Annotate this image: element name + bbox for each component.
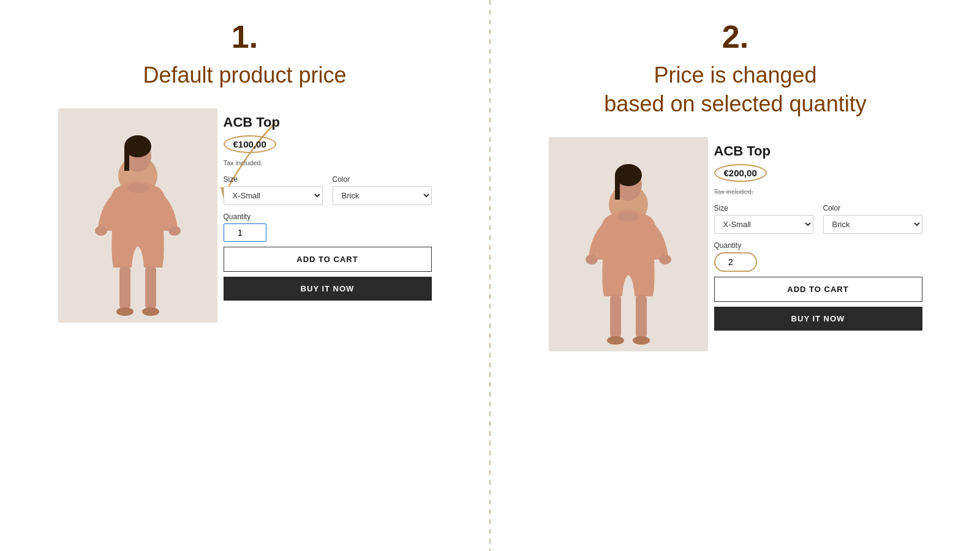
tax-2: Tax included. (714, 188, 922, 195)
tax-1: Tax included. (224, 159, 432, 167)
price-2: €200,00 (714, 164, 767, 182)
svg-rect-5 (124, 146, 129, 171)
size-label-2: Size (714, 204, 813, 212)
step-1-number: 1. (232, 18, 258, 55)
price-wrapper-1: €100,00 (224, 135, 432, 153)
product-area-2: ACB Top €200,00 Tax included. Size X-Sma… (549, 137, 922, 351)
size-select-1[interactable]: X-Small Small Medium Large (224, 186, 323, 205)
size-label-1: Size (224, 175, 323, 184)
buy-now-button-2[interactable]: BUY IT NOW (714, 307, 922, 331)
svg-point-9 (116, 307, 134, 316)
svg-rect-7 (119, 266, 130, 309)
svg-point-23 (633, 336, 650, 345)
svg-point-10 (142, 307, 159, 316)
buy-now-button-1[interactable]: BUY IT NOW (224, 277, 432, 301)
quantity-group-2: Quantity (714, 241, 922, 272)
price-wrapper-2: €200,00 (714, 164, 922, 182)
product-area-1: ACB Top €100,00 Tax included. Size X-Sma… (58, 108, 432, 323)
quantity-input-1[interactable] (224, 223, 266, 242)
color-select-2[interactable]: Brick Navy White (823, 215, 922, 234)
model-svg-2 (549, 137, 708, 351)
svg-rect-20 (610, 295, 621, 338)
product-form-1: ACB Top €100,00 Tax included. Size X-Sma… (224, 108, 432, 301)
add-to-cart-button-1[interactable]: ADD TO CART (224, 247, 432, 272)
add-to-cart-button-2[interactable]: ADD TO CART (714, 277, 922, 302)
size-select-2[interactable]: X-Small Small Medium Large (714, 215, 813, 234)
svg-rect-21 (636, 295, 647, 338)
svg-point-11 (95, 226, 107, 236)
product-title-1: ACB Top (224, 114, 432, 130)
color-group-1: Color Brick Navy White (333, 175, 432, 205)
quantity-label-2: Quantity (714, 241, 922, 250)
quantity-group-1: Quantity (224, 212, 432, 242)
model-svg-1 (58, 108, 217, 323)
svg-point-25 (659, 255, 671, 264)
step-2-label: Price is changed based on selected quant… (604, 61, 866, 119)
step-1-label: Default product price (143, 61, 346, 90)
quantity-input-2[interactable] (714, 252, 757, 272)
color-group-2: Color Brick Navy White (823, 204, 922, 234)
svg-rect-18 (615, 175, 620, 200)
svg-point-19 (617, 212, 639, 222)
size-color-row-1: Size X-Small Small Medium Large Color Br… (224, 175, 432, 205)
panel-1: 1. Default product price (0, 0, 489, 551)
size-group-2: Size X-Small Small Medium Large (714, 204, 813, 234)
product-image-2 (549, 137, 708, 351)
product-title-2: ACB Top (714, 143, 922, 159)
price-1: €100,00 (224, 135, 276, 153)
svg-point-24 (586, 255, 598, 264)
size-group-1: Size X-Small Small Medium Large (224, 175, 323, 205)
size-color-row-2: Size X-Small Small Medium Large Color Br… (714, 204, 922, 234)
product-image-1 (58, 108, 217, 323)
step-2-number: 2. (722, 18, 748, 55)
panel-2: 2. Price is changed based on selected qu… (491, 0, 980, 551)
color-select-1[interactable]: Brick Navy White (333, 186, 432, 205)
color-label-1: Color (333, 175, 432, 184)
color-label-2: Color (823, 204, 922, 212)
svg-point-12 (168, 226, 181, 236)
product-form-2: ACB Top €200,00 Tax included. Size X-Sma… (714, 137, 922, 331)
svg-point-6 (127, 183, 149, 193)
quantity-label-1: Quantity (224, 212, 432, 221)
svg-point-22 (607, 336, 624, 345)
svg-rect-8 (145, 266, 156, 309)
